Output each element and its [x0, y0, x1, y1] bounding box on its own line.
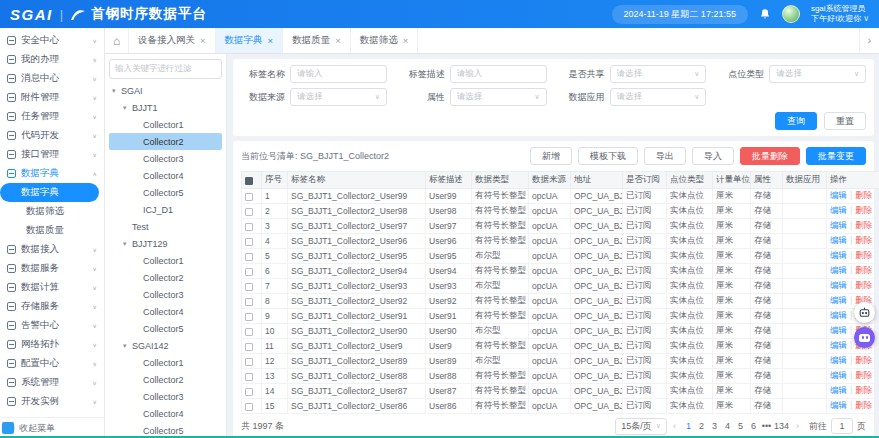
close-icon[interactable]: ×	[335, 35, 341, 46]
tree-node-1[interactable]: ▾BJJT1	[109, 99, 222, 116]
tab-1[interactable]: 数据字典×	[216, 28, 284, 53]
delete-link[interactable]: 删除	[855, 280, 872, 290]
tree-node-19[interactable]: Collector4	[109, 405, 222, 422]
tree-node-15[interactable]: ▾SGAI142	[109, 337, 222, 354]
row-checkbox[interactable]	[245, 298, 253, 306]
reset-button[interactable]: 重置	[824, 112, 866, 130]
row-checkbox[interactable]	[245, 373, 253, 381]
add-button[interactable]: 新增	[530, 147, 572, 165]
row-checkbox[interactable]	[245, 403, 253, 411]
tree-node-11[interactable]: Collector2	[109, 269, 222, 286]
next-page-icon[interactable]: ›	[794, 421, 801, 431]
user-avatar[interactable]	[782, 5, 800, 23]
tree-node-16[interactable]: Collector1	[109, 354, 222, 371]
row-checkbox[interactable]	[245, 283, 253, 291]
tree-search-input[interactable]: 输入关键字进行过滤	[109, 59, 222, 79]
row-checkbox[interactable]	[245, 193, 253, 201]
edit-link[interactable]: 编辑	[830, 355, 847, 365]
sidebar-item-14[interactable]: 配置中心∨	[0, 354, 104, 373]
page-number-3[interactable]: 3	[708, 418, 721, 434]
batch-update-button[interactable]: 批量变更	[806, 147, 866, 165]
chat-widget-icon[interactable]	[2, 422, 14, 434]
tree-node-18[interactable]: Collector3	[109, 388, 222, 405]
notification-bell-icon[interactable]	[759, 8, 771, 20]
tab-0[interactable]: 设备接入网关×	[129, 28, 216, 53]
delete-link[interactable]: 删除	[855, 400, 872, 410]
edit-link[interactable]: 编辑	[830, 400, 847, 410]
row-checkbox[interactable]	[245, 208, 253, 216]
delete-link[interactable]: 删除	[855, 190, 872, 200]
sidebar-item-10[interactable]: 数据计算∨	[0, 278, 104, 297]
sidebar-item-6[interactable]: 接口管理∨	[0, 145, 104, 164]
prev-page-icon[interactable]: ‹	[671, 421, 678, 431]
delete-link[interactable]: 删除	[855, 250, 872, 260]
row-checkbox[interactable]	[245, 343, 253, 351]
delete-link[interactable]: 删除	[855, 385, 872, 395]
delete-link[interactable]: 删除	[855, 220, 872, 230]
page-number-134[interactable]: 134	[773, 418, 790, 434]
tab-2[interactable]: 数据质量×	[283, 28, 351, 53]
edit-link[interactable]: 编辑	[830, 325, 847, 335]
search-button[interactable]: 查询	[775, 112, 817, 130]
delete-link[interactable]: 删除	[855, 370, 872, 380]
delete-link[interactable]: 删除	[855, 235, 872, 245]
tree-node-7[interactable]: ICJ_D1	[109, 201, 222, 218]
filter-input[interactable]: 请输入	[450, 65, 547, 83]
page-size-select[interactable]: 15条/页 ∨	[615, 418, 667, 435]
sidebar-item-5[interactable]: 代码开发∨	[0, 126, 104, 145]
delete-link[interactable]: 删除	[855, 265, 872, 275]
close-icon[interactable]: ×	[403, 35, 409, 46]
edit-link[interactable]: 编辑	[830, 385, 847, 395]
filter-input[interactable]: 请输入	[290, 65, 387, 83]
tree-node-5[interactable]: Collector4	[109, 167, 222, 184]
filter-select[interactable]: 请选择∨	[290, 88, 387, 106]
tree-node-14[interactable]: Collector5	[109, 320, 222, 337]
sidebar-item-2[interactable]: 消息中心∨	[0, 69, 104, 88]
sidebar-item-0[interactable]: 安全中心∨	[0, 31, 104, 50]
feedback-button[interactable]	[854, 302, 875, 323]
tree-node-10[interactable]: Collector1	[109, 252, 222, 269]
page-number-4[interactable]: 4	[721, 418, 734, 434]
sidebar-subitem-2[interactable]: 数据质量	[0, 221, 104, 240]
sidebar-item-7[interactable]: 数据字典∧	[0, 164, 104, 183]
tree-node-2[interactable]: Collector1	[109, 116, 222, 133]
sidebar-collapse-button[interactable]: |« 收起菜单	[0, 417, 104, 438]
edit-link[interactable]: 编辑	[830, 280, 847, 290]
edit-link[interactable]: 编辑	[830, 205, 847, 215]
sidebar-item-8[interactable]: 数据接入∨	[0, 240, 104, 259]
sidebar-subitem-0[interactable]: 数据字典	[0, 183, 99, 202]
sidebar-item-12[interactable]: 告警中心∨	[0, 316, 104, 335]
goto-page-input[interactable]: 1	[831, 418, 853, 434]
row-checkbox[interactable]	[245, 358, 253, 366]
sidebar-subitem-1[interactable]: 数据筛选	[0, 202, 104, 221]
row-checkbox[interactable]	[245, 268, 253, 276]
tree-node-6[interactable]: Collector5	[109, 184, 222, 201]
tree-node-17[interactable]: Collector2	[109, 371, 222, 388]
sidebar-item-11[interactable]: 存储服务∨	[0, 297, 104, 316]
batch-delete-button[interactable]: 批量删除	[740, 147, 800, 165]
sidebar-item-3[interactable]: 附件管理∨	[0, 88, 104, 107]
filter-select[interactable]: 请选择∨	[610, 88, 707, 106]
row-checkbox[interactable]	[245, 253, 253, 261]
row-checkbox[interactable]	[245, 328, 253, 336]
template-download-button[interactable]: 模板下载	[578, 147, 638, 165]
import-button[interactable]: 导入	[692, 147, 734, 165]
edit-link[interactable]: 编辑	[830, 370, 847, 380]
edit-link[interactable]: 编辑	[830, 235, 847, 245]
close-icon[interactable]: ×	[200, 35, 206, 46]
tab-scroll-right-icon[interactable]: ›	[859, 28, 879, 53]
tree-node-8[interactable]: Test	[109, 218, 222, 235]
delete-link[interactable]: 删除	[855, 205, 872, 215]
delete-link[interactable]: 删除	[855, 355, 872, 365]
ai-assistant-button[interactable]	[854, 327, 875, 348]
edit-link[interactable]: 编辑	[830, 220, 847, 230]
row-checkbox[interactable]	[245, 223, 253, 231]
edit-link[interactable]: 编辑	[830, 250, 847, 260]
tree-node-13[interactable]: Collector4	[109, 303, 222, 320]
page-number-1[interactable]: 1	[682, 418, 695, 434]
edit-link[interactable]: 编辑	[830, 190, 847, 200]
edit-link[interactable]: 编辑	[830, 265, 847, 275]
row-checkbox[interactable]	[245, 313, 253, 321]
edit-link[interactable]: 编辑	[830, 340, 847, 350]
select-all-checkbox[interactable]	[245, 177, 253, 185]
